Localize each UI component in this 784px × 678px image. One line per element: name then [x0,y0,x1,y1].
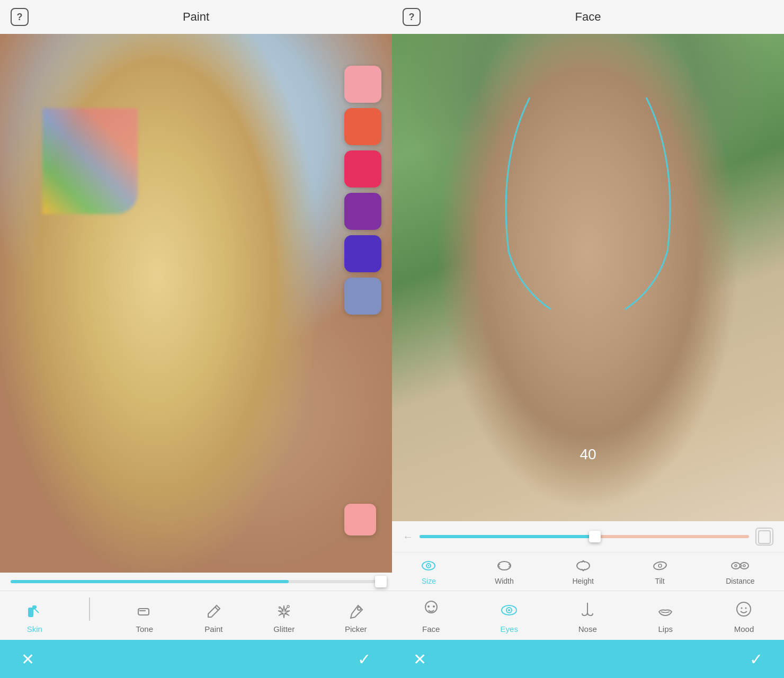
svg-point-10 [428,565,430,567]
eye-tool-width[interactable]: Width [486,558,522,587]
left-panel-title: Paint [183,10,209,24]
tool-paint[interactable]: Paint [199,600,228,636]
paint-label: Paint [204,625,222,634]
svg-rect-2 [138,609,149,615]
eye-distance-label: Distance [726,577,754,585]
eye-tool-distance[interactable]: Distance [717,558,763,587]
left-slider-track[interactable] [11,580,381,583]
eye-tilt-icon [653,560,667,575]
selected-color-indicator[interactable] [344,504,376,536]
left-confirm-button[interactable]: ✓ [358,650,371,668]
face-tool-eyes[interactable]: Eyes [492,601,527,636]
svg-point-12 [577,561,590,570]
eye-tool-tilt[interactable]: Tilt [644,558,676,587]
eye-sub-toolbar: Size Width Height [392,552,784,591]
copy-layers-button[interactable] [755,528,773,546]
paint-icon [204,602,223,621]
svg-point-15 [732,563,740,569]
svg-point-5 [358,607,361,610]
right-confirm-button[interactable]: ✓ [750,650,763,668]
swatch-blue-purple[interactable] [344,235,381,272]
hair-color-overlay [42,108,138,214]
left-photo [0,34,392,573]
face-eyes-icon [500,603,518,621]
left-cancel-button[interactable]: ✕ [21,650,34,668]
tone-label: Tone [136,625,153,634]
swatch-coral[interactable] [344,108,381,145]
skin-label: Skin [27,625,42,634]
swatch-purple[interactable] [344,193,381,230]
right-slider-area: ← [392,521,784,552]
left-slider-thumb[interactable] [375,576,387,587]
eye-height-label: Height [572,577,593,585]
face-tool-mood-label: Mood [734,625,754,634]
right-help-button[interactable]: ? [403,8,421,26]
svg-point-18 [743,565,745,567]
face-tool-face-label: Face [422,625,440,634]
face-tool-eyes-label: Eyes [501,625,518,634]
swatch-pink-light[interactable] [344,66,381,103]
face-arc-overlay [487,66,689,331]
right-slider-track[interactable] [420,535,749,538]
left-toolbar: Skin Tone Paint [0,591,392,640]
svg-point-17 [740,563,749,569]
left-slider-area [0,573,392,591]
svg-point-11 [498,561,511,570]
lips-outline-icon [657,604,674,621]
left-bottom-bar: ✕ ✓ [0,640,392,678]
svg-rect-6 [762,533,768,541]
svg-point-13 [653,561,666,570]
svg-point-25 [737,602,751,616]
svg-point-16 [735,565,737,567]
right-panel-title: Face [575,10,601,24]
picker-label: Picker [345,625,367,634]
swatch-periwinkle[interactable] [344,278,381,315]
left-image-container[interactable] [0,34,392,573]
right-slider-thumb[interactable] [589,531,601,542]
face-tool-nose[interactable]: Nose [570,599,605,636]
eye-size-icon [421,560,436,575]
eye-width-label: Width [495,577,514,585]
toolbar-divider [89,597,90,621]
eye-tool-size[interactable]: Size [413,558,444,587]
eye-size-label: Size [422,577,436,585]
left-slider-fill [11,580,289,583]
slider-arrow-left: ← [403,531,413,543]
face-tool-face[interactable]: Face [414,597,449,636]
right-photo: 40 [392,34,784,521]
eye-width-icon [497,560,512,575]
picker-icon [346,602,366,621]
right-image-container[interactable]: 40 [392,34,784,521]
svg-rect-7 [760,532,767,539]
right-bottom-bar: ✕ ✓ [392,640,784,678]
eye-tool-height[interactable]: Height [564,558,602,587]
right-slider-fill [420,535,601,538]
tool-skin[interactable]: Skin [20,600,49,636]
eye-height-icon [576,560,591,575]
left-header: ? Paint [0,0,392,34]
face-tool-lips[interactable]: Lips [648,602,682,636]
svg-point-14 [658,564,662,567]
right-header: ? Face [392,0,784,34]
svg-point-27 [745,608,747,609]
tool-tone[interactable]: Tone [130,600,159,636]
right-cancel-button[interactable]: ✕ [413,650,426,668]
face-tool-lips-label: Lips [658,625,673,634]
svg-point-4 [279,607,281,609]
left-panel: ? Paint [0,0,392,678]
face-outline-icon [422,600,440,621]
right-panel: ? Face 40 ← [392,0,784,678]
skin-icon [25,602,44,621]
eye-distance-icon [730,560,750,575]
svg-point-21 [433,605,435,608]
mood-outline-icon [735,601,752,621]
face-tool-mood[interactable]: Mood [726,599,763,636]
left-help-button[interactable]: ? [11,8,29,26]
eye-tilt-label: Tilt [655,577,664,585]
tool-picker[interactable]: Picker [340,600,372,636]
tool-glitter[interactable]: Glitter [268,600,300,636]
nose-outline-icon [580,601,595,621]
swatch-hot-pink[interactable] [344,150,381,188]
svg-point-26 [741,608,743,609]
face-tool-nose-label: Nose [578,625,597,634]
